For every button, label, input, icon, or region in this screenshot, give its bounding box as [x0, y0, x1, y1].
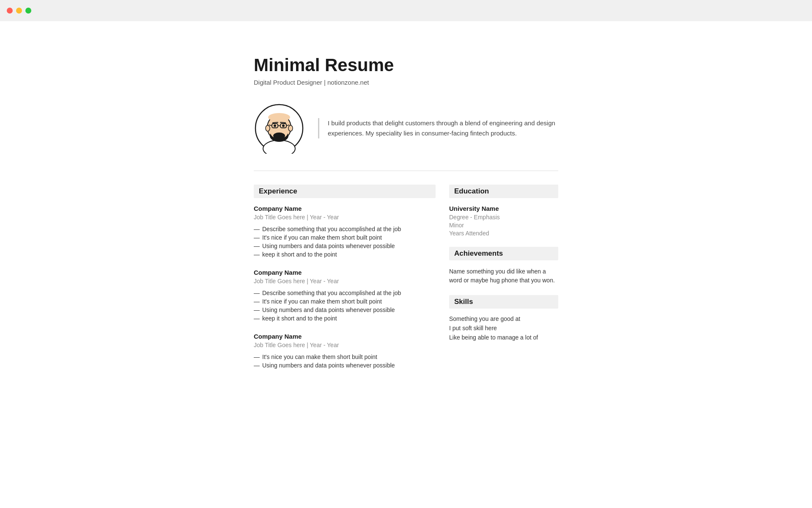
bullet-item: Using numbers and data points whenever p… [254, 306, 436, 314]
bullets-3: It's nice you can make them short built … [254, 353, 436, 370]
resume-title: Minimal Resume [254, 55, 558, 75]
education-header: Education [449, 185, 558, 198]
section-divider [254, 171, 558, 171]
skills-header: Skills [449, 295, 558, 309]
experience-section: Experience Company Name Job Title Goes h… [254, 185, 436, 380]
skills-section: Skills Something you are good at I put s… [449, 295, 558, 341]
achievement-text: Name something you did like when a word … [449, 267, 558, 285]
bio-text: I build products that delight customers … [318, 118, 558, 138]
company-name-1: Company Name [254, 205, 436, 212]
resume-subtitle: Digital Product Designer | notionzone.ne… [254, 79, 558, 86]
job-title-3: Job Title Goes here | Year - Year [254, 342, 436, 348]
svg-line-15 [280, 122, 285, 123]
svg-point-6 [273, 133, 285, 139]
bullet-item: It's nice if you can make them short bui… [254, 297, 436, 306]
job-title-1: Job Title Goes here | Year - Year [254, 214, 436, 221]
svg-point-8 [282, 124, 285, 127]
skill-item-2: I put soft skill here [449, 325, 558, 331]
minimize-button[interactable] [16, 8, 22, 14]
company-name-3: Company Name [254, 333, 436, 340]
window-chrome [0, 0, 812, 21]
job-entry-3: Company Name Job Title Goes here | Year … [254, 333, 436, 370]
svg-point-16 [268, 113, 290, 121]
achievements-section: Achievements Name something you did like… [449, 247, 558, 285]
achievements-header: Achievements [449, 247, 558, 260]
minor: Minor [449, 222, 558, 229]
bullet-item: It's nice if you can make them short bui… [254, 233, 436, 242]
university-name: University Name [449, 205, 558, 212]
years-attended: Years Attended [449, 230, 558, 237]
bullet-item: It's nice you can make them short built … [254, 353, 436, 361]
job-entry-2: Company Name Job Title Goes here | Year … [254, 269, 436, 323]
avatar [254, 103, 304, 154]
skill-item-1: Something you are good at [449, 315, 558, 322]
job-title-2: Job Title Goes here | Year - Year [254, 278, 436, 284]
maximize-button[interactable] [25, 8, 31, 14]
bullet-item: Using numbers and data points whenever p… [254, 242, 436, 250]
right-column: Education University Name Degree - Empha… [449, 185, 558, 351]
svg-point-18 [288, 125, 293, 131]
main-columns: Experience Company Name Job Title Goes h… [254, 185, 558, 380]
bullet-item: Describe something that you accomplished… [254, 289, 436, 297]
skill-item-3: Like being able to manage a lot of [449, 334, 558, 341]
close-button[interactable] [7, 8, 13, 14]
svg-point-7 [274, 124, 276, 127]
page-content: Minimal Resume Digital Product Designer … [245, 0, 567, 380]
company-name-2: Company Name [254, 269, 436, 276]
profile-section: I build products that delight customers … [254, 103, 558, 154]
education-section: Education University Name Degree - Empha… [449, 185, 558, 237]
bullet-item: Using numbers and data points whenever p… [254, 361, 436, 370]
svg-line-14 [273, 122, 278, 123]
job-entry-1: Company Name Job Title Goes here | Year … [254, 205, 436, 259]
bullets-2: Describe something that you accomplished… [254, 289, 436, 323]
svg-point-17 [266, 125, 270, 131]
svg-point-2 [263, 140, 295, 154]
bullet-item: Describe something that you accomplished… [254, 225, 436, 233]
experience-header: Experience [254, 185, 436, 198]
bullet-item: keep it short and to the point [254, 250, 436, 259]
bullets-1: Describe something that you accomplished… [254, 225, 436, 259]
degree: Degree - Emphasis [449, 214, 558, 221]
bullet-item: keep it short and to the point [254, 314, 436, 323]
